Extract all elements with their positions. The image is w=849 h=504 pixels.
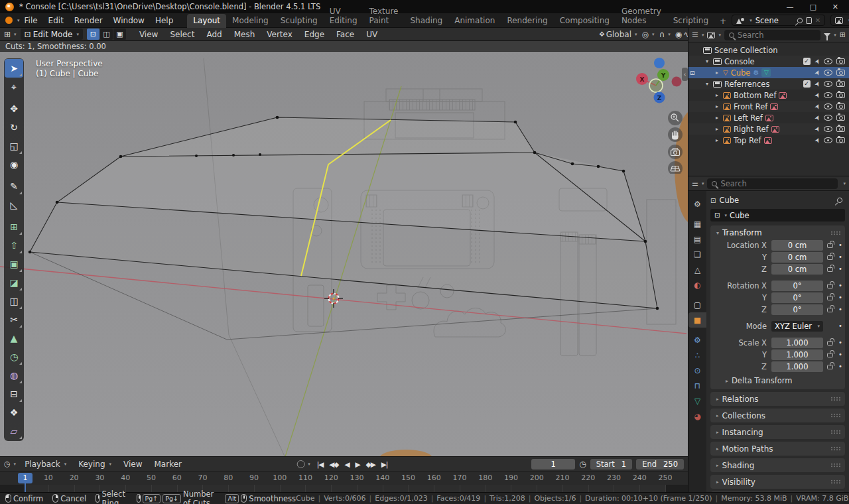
menu-select[interactable]: Select — [164, 29, 200, 40]
workspace-tab-animation[interactable]: Animation — [448, 14, 501, 28]
value-field[interactable]: 0° — [771, 292, 823, 303]
menu-uv[interactable]: UV — [361, 29, 383, 40]
visibility-eye-icon[interactable] — [824, 103, 832, 109]
spin-tool[interactable]: ◷ — [5, 347, 23, 366]
editor-type-button[interactable]: ⚌▾ — [692, 179, 704, 188]
current-frame-field[interactable]: 1 — [531, 459, 575, 470]
panel-collections[interactable]: ▸Collections — [710, 409, 845, 422]
bevel-tool[interactable]: ◪ — [5, 273, 23, 292]
loop-cut-tool[interactable]: ◫ — [5, 292, 23, 310]
lock-icon[interactable] — [827, 243, 833, 248]
panel-visibility[interactable]: ▸Visibility — [710, 475, 845, 489]
properties-tab-world[interactable]: ◐ — [688, 277, 706, 292]
pivot-dropdown[interactable]: ◎▾ — [642, 30, 655, 39]
lock-icon[interactable] — [827, 308, 833, 312]
visibility-eye-icon[interactable] — [824, 58, 832, 64]
workspace-tab-texture-paint[interactable]: Texture Paint — [363, 5, 405, 28]
outliner-row-console[interactable]: ▾Console✓➤ — [688, 56, 849, 67]
filter-button[interactable]: ▾ — [824, 32, 836, 38]
properties-tab-modifiers[interactable]: ⚙ — [688, 332, 706, 347]
workspace-tab-sculpting[interactable]: Sculpting — [275, 14, 324, 28]
knife-tool[interactable]: ✂ — [5, 310, 23, 329]
animate-dot-button[interactable]: • — [836, 351, 844, 358]
menu-view[interactable]: View — [134, 29, 163, 40]
transform-panel-header[interactable]: ▾ Transform — [710, 227, 845, 239]
menu-view[interactable]: View — [119, 459, 147, 470]
axis-ball-icon[interactable] — [672, 77, 682, 87]
properties-tab-particles[interactable]: ∴ — [688, 347, 706, 363]
menu-edit[interactable]: Edit — [44, 15, 68, 27]
use-preview-range-icon[interactable]: ◷ — [579, 460, 586, 469]
lock-icon[interactable] — [827, 341, 833, 346]
measure-tool[interactable]: ◺ — [5, 196, 23, 214]
render-camera-icon[interactable] — [836, 58, 845, 64]
menu-marker[interactable]: Marker — [150, 459, 186, 470]
selectable-toggle-icon[interactable]: ➤ — [813, 91, 822, 99]
animate-dot-button[interactable]: • — [836, 241, 844, 249]
value-field[interactable]: 0 cm — [771, 252, 823, 263]
scale-tool[interactable]: ◱ — [5, 137, 23, 155]
move-tool[interactable]: ✥ — [5, 99, 23, 118]
playhead[interactable]: 1 — [18, 473, 33, 483]
zoom-button[interactable] — [668, 111, 683, 125]
render-camera-icon[interactable] — [836, 103, 845, 109]
options-button[interactable]: ▾ — [841, 181, 846, 186]
lock-icon[interactable] — [827, 255, 833, 260]
tweak-select-tool[interactable]: ➤ — [5, 59, 23, 78]
menu-keying[interactable]: Keying▾ — [74, 459, 116, 470]
properties-tab-scene[interactable]: △ — [688, 262, 706, 277]
add-cube-tool[interactable]: ⊞ — [5, 218, 23, 236]
edge-slide-tool[interactable]: ⊟ — [5, 385, 23, 403]
viewport-3d[interactable]: Cuts: 1, Smoothness: 0.00 ➤⌖✥↻◱◉✎◺⊞⇧▣◪◫✂… — [0, 41, 688, 456]
properties-tab-render[interactable]: ▦ — [688, 216, 706, 231]
outliner-row-top-ref[interactable]: ▸Top Ref➤ — [688, 135, 849, 146]
delta-transform-panel[interactable]: ▸ Delta Transform — [710, 375, 845, 387]
pan-button[interactable] — [668, 127, 683, 142]
display-mode-button[interactable]: ☰▾ — [692, 31, 704, 39]
outliner-row-scene-collection[interactable]: Scene Collection — [688, 44, 849, 56]
selectable-toggle-icon[interactable]: ➤ — [813, 125, 822, 133]
visibility-eye-icon[interactable] — [824, 137, 832, 143]
menu-window[interactable]: Window — [109, 15, 149, 27]
animate-dot-button[interactable]: • — [836, 306, 844, 313]
viewport-canvas[interactable] — [0, 41, 688, 456]
properties-tab-object-data[interactable]: ▽ — [688, 393, 706, 409]
scene-name[interactable]: Scene — [755, 16, 794, 25]
object-name-field[interactable]: ⊡ ▾ Cube — [710, 209, 845, 221]
jump-to-start-button[interactable]: |◀ — [317, 460, 324, 468]
properties-tab-physics[interactable]: ⊙ — [688, 363, 706, 378]
menu-file[interactable]: File — [20, 15, 42, 27]
value-field[interactable]: 0° — [771, 304, 823, 315]
cursor-tool[interactable]: ⌖ — [5, 78, 23, 96]
editor-type-button[interactable]: ⊞▾ — [4, 30, 17, 39]
properties-search-input[interactable]: Search — [707, 178, 838, 189]
mode-dropdown[interactable]: ⊡ Edit Mode▾ — [21, 29, 83, 40]
visibility-eye-icon[interactable] — [824, 92, 832, 98]
selectable-toggle-icon[interactable]: ➤ — [813, 57, 822, 65]
workspace-tab-modeling[interactable]: Modeling — [226, 14, 275, 28]
annotate-tool[interactable]: ✎ — [5, 177, 23, 196]
workspace-tab-geometry-nodes[interactable]: Geometry Nodes — [616, 5, 667, 28]
expand-caret-icon[interactable]: ▸ — [714, 103, 720, 109]
properties-tab-material[interactable]: ◕ — [688, 409, 706, 424]
menu-vertex[interactable]: Vertex — [261, 29, 298, 40]
blender-menu-icon[interactable] — [5, 17, 13, 24]
menu-edge[interactable]: Edge — [299, 29, 330, 40]
orientation-dropdown[interactable]: ✥ Global▾ — [599, 30, 637, 39]
expand-caret-icon[interactable]: ▸ — [714, 70, 720, 76]
animate-dot-button[interactable]: • — [836, 294, 844, 301]
next-keyframe-button[interactable]: ◆▶ — [366, 460, 375, 468]
visibility-eye-icon[interactable] — [824, 126, 832, 132]
add-workspace-button[interactable]: + — [714, 15, 732, 28]
value-field[interactable]: 0 cm — [771, 240, 823, 251]
rotate-tool[interactable]: ↻ — [5, 118, 23, 137]
properties-tab-constraints[interactable]: ⊓ — [688, 378, 706, 393]
animate-dot-button[interactable]: • — [836, 322, 844, 330]
scene-selector[interactable]: ▾ Scene ✕ — [732, 15, 825, 26]
expand-caret-icon[interactable]: ▸ — [714, 137, 720, 143]
maximize-button[interactable]: □ — [809, 3, 816, 11]
mode-dropdown[interactable]: XYZ Euler▾ — [771, 321, 823, 332]
exclude-checkbox[interactable]: ✓ — [803, 80, 811, 88]
exclude-checkbox[interactable]: ✓ — [803, 58, 811, 65]
expand-caret-icon[interactable]: ▸ — [714, 92, 720, 98]
